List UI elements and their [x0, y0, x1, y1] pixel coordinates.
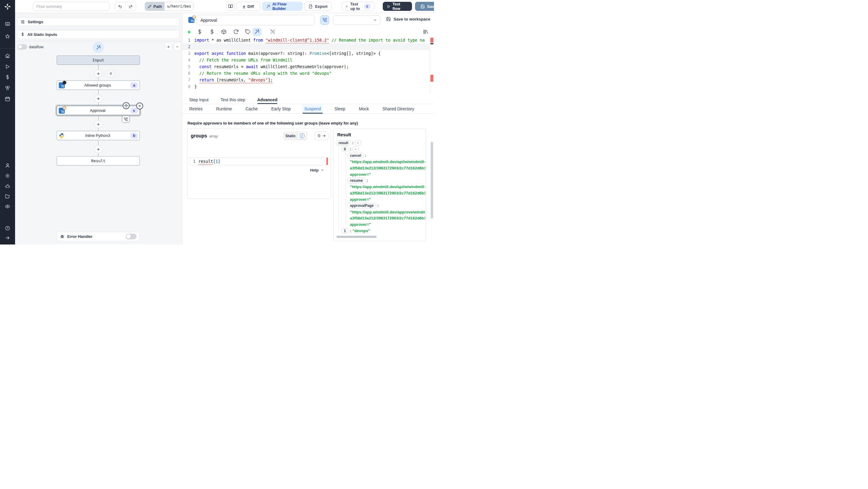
favorites-star-icon[interactable] [5, 34, 10, 39]
export-button[interactable]: Export [304, 2, 332, 11]
subtab-mock[interactable]: Mock [357, 104, 371, 113]
audit-eye-icon[interactable] [5, 204, 10, 209]
static-segment[interactable]: Static [284, 134, 298, 138]
ai-assistant-fab[interactable] [93, 42, 104, 53]
test-flow-button[interactable]: Test flow [383, 2, 412, 11]
folders-icon[interactable] [5, 193, 10, 199]
code-line[interactable]: 6 // Return the resume URLs along with t… [182, 70, 430, 77]
suspend-phone-badge[interactable] [122, 116, 130, 123]
zoom-out-button[interactable]: − [174, 42, 181, 51]
schedules-calendar-icon[interactable] [5, 96, 10, 101]
move-step-button[interactable] [123, 102, 130, 109]
subtab-cache[interactable]: Cache [244, 104, 259, 113]
runs-play-icon[interactable] [5, 64, 10, 69]
json-key-chip[interactable]: 0 [341, 147, 348, 152]
all-static-inputs-row[interactable]: All Static Inputs [17, 30, 180, 39]
subtab-runtime[interactable]: Runtime [214, 104, 234, 113]
help-icon[interactable] [5, 225, 10, 231]
secret-dollar-icon[interactable] [209, 29, 215, 35]
javascript-segment[interactable]: f [298, 132, 307, 140]
settings-gear-icon[interactable] [5, 173, 10, 179]
script-tag-select[interactable] [333, 16, 380, 25]
subtab-suspend[interactable]: Suspend [303, 104, 323, 113]
diff-button[interactable]: ±Diff [236, 2, 260, 11]
ai-flow-builder-button[interactable]: AI Flow Builder [262, 2, 303, 11]
save-draft-button[interactable]: Save draft [415, 2, 434, 11]
add-step-button[interactable] [94, 70, 102, 78]
delete-step-button[interactable] [136, 102, 143, 110]
collapse-toggle[interactable]: - [352, 147, 359, 152]
code-line[interactable]: 8} [182, 83, 430, 90]
add-step-button[interactable] [94, 145, 102, 153]
zoom-in-button[interactable]: + [165, 42, 172, 51]
flow-summary-input[interactable]: Flow summary [33, 2, 110, 11]
connect-input-button[interactable] [315, 131, 329, 140]
open-book-icon [228, 4, 233, 9]
tag-icon[interactable] [245, 29, 251, 35]
json-key-chip[interactable]: approvalPage [347, 203, 376, 208]
path-control[interactable]: Path u/henri/bes [145, 2, 193, 11]
home-icon[interactable] [5, 53, 10, 59]
code-editor[interactable]: 1import * as wmillClient from "windmill-… [182, 37, 430, 94]
json-key-chip[interactable]: cancel [347, 153, 364, 158]
step-node-inline-python[interactable]: Inline Python3 b [57, 131, 140, 140]
apps-board-icon[interactable] [5, 21, 10, 27]
subtab-sleep[interactable]: Sleep [333, 104, 347, 113]
path-value[interactable]: u/henri/bes [164, 2, 193, 10]
dataflow-toggle[interactable] [18, 44, 27, 50]
editor-scrollbar-thumb[interactable] [430, 43, 433, 44]
code-line[interactable]: 5 const resumeUrls = await wmillClient.g… [182, 63, 430, 70]
flow-result-node[interactable]: Result [57, 156, 140, 165]
json-key-chip[interactable]: 1 [341, 228, 348, 234]
ai-generate-wand-icon[interactable] [254, 29, 260, 35]
ai-fix-wand-off-icon[interactable] [270, 29, 276, 35]
json-key-chip[interactable]: resume [347, 178, 365, 183]
workers-robot-icon[interactable] [5, 183, 10, 189]
code-line[interactable]: 1import * as wmillClient from "windmill-… [182, 37, 430, 43]
result-hscrollbar-thumb[interactable] [337, 236, 376, 238]
error-handler-row[interactable]: Error Handler [57, 232, 140, 241]
error-handler-toggle[interactable] [126, 234, 136, 239]
json-key-chip[interactable]: result [336, 140, 351, 146]
flow-graph-panel: Settings All Static Inputs dataflow + − … [15, 13, 182, 245]
tab-advanced[interactable]: Advanced [257, 96, 278, 104]
code-line[interactable]: 2 [182, 43, 430, 50]
subtab-early-stop[interactable]: Early Stop [270, 104, 293, 113]
tab-test-this-step[interactable]: Test this step [221, 96, 245, 104]
subtab-shared-directory[interactable]: Shared Directory [381, 104, 416, 113]
step-name-input[interactable]: Approval [196, 15, 314, 25]
help-expander[interactable]: Help [310, 168, 324, 173]
variables-dollar-icon[interactable] [5, 74, 10, 80]
add-step-button[interactable] [94, 95, 102, 102]
resources-cubes-icon[interactable] [5, 85, 10, 91]
magic-wand-icon [96, 45, 101, 50]
code-line[interactable]: 3export async function main(approver?: s… [182, 50, 430, 57]
redo-button[interactable] [125, 2, 135, 10]
collapse-toggle[interactable]: - [355, 140, 361, 146]
undo-button[interactable] [115, 2, 125, 10]
panel-scrollbar-thumb[interactable] [431, 142, 433, 219]
tab-step-input[interactable]: Step Input [189, 96, 209, 104]
code-line[interactable]: 4 // Fetch the resume URLs from Windmill [182, 57, 430, 63]
suspend-phone-button[interactable] [320, 16, 329, 25]
subtab-retries[interactable]: Retries [187, 104, 204, 113]
groups-expression-editor[interactable]: 1 result[1] [190, 157, 328, 165]
step-node-allowed-groups[interactable]: TS Allowed groups a [57, 81, 140, 90]
save-to-workspace-button[interactable]: Save to workspace [386, 17, 430, 22]
library-icon[interactable] [423, 29, 428, 35]
users-person-icon[interactable] [5, 163, 10, 168]
function-icon: f [300, 133, 304, 138]
docs-book-button[interactable] [226, 2, 235, 11]
windmill-logo-icon[interactable] [3, 2, 12, 11]
add-step-button[interactable] [94, 120, 102, 128]
expand-arrow-icon[interactable] [5, 235, 10, 241]
reset-refresh-icon[interactable] [233, 29, 239, 35]
error-marker [430, 75, 433, 82]
package-icon[interactable] [221, 29, 227, 35]
variable-dollar-icon[interactable] [197, 29, 203, 35]
test-up-to-button[interactable]: Test up to c [342, 2, 374, 11]
flow-input-node[interactable]: Input [57, 56, 140, 65]
code-line[interactable]: 7 return [resumeUrls, "devops"]; [182, 77, 430, 83]
flow-settings-row[interactable]: Settings [17, 17, 180, 26]
add-trigger-button[interactable] [107, 70, 115, 78]
